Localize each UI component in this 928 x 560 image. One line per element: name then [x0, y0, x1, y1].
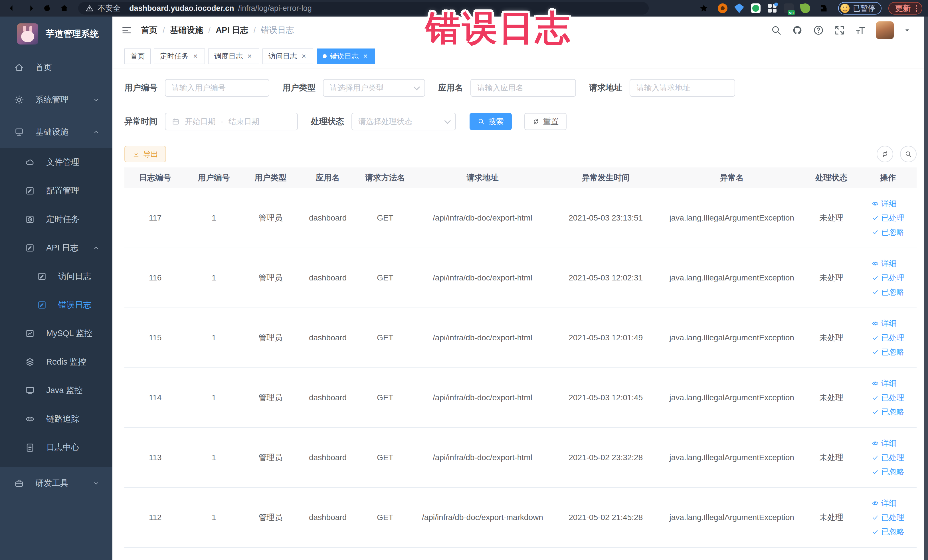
sidebar-item-api-log[interactable]: API 日志 [0, 233, 112, 262]
fullscreen-icon[interactable] [834, 24, 845, 36]
mark-processed-link[interactable]: 已处理 [872, 273, 904, 283]
mark-ignored-link[interactable]: 已忽略 [872, 287, 904, 297]
mark-processed-link[interactable]: 已处理 [872, 213, 904, 223]
detail-link[interactable]: 详细 [872, 498, 897, 508]
mark-processed-link[interactable]: 已处理 [872, 333, 904, 343]
extension-green-icon[interactable] [751, 3, 760, 13]
sidebar-item-log-center[interactable]: 日志中心 [0, 433, 112, 462]
home-icon[interactable] [60, 3, 69, 13]
extension-grid-icon[interactable] [768, 3, 777, 13]
extension-blue-icon[interactable] [734, 3, 744, 13]
search-button[interactable]: 搜索 [470, 113, 512, 130]
mark-processed-link[interactable]: 已处理 [872, 512, 904, 523]
mark-ignored-link[interactable]: 已忽略 [872, 526, 904, 537]
refresh-button[interactable] [877, 146, 893, 162]
sidebar-item-home[interactable]: 首页 [0, 51, 112, 84]
extension-on-icon[interactable]: on [784, 3, 794, 13]
browser-extensions-area: on 已暂停 更新 [697, 2, 922, 15]
sidebar-item-file-management[interactable]: 文件管理 [0, 148, 112, 177]
mark-processed-label: 已处理 [881, 333, 904, 343]
exception-time-range[interactable]: 开始日期 - 结束日期 [165, 113, 298, 130]
hamburger-icon[interactable] [121, 24, 132, 36]
bookmark-star-icon[interactable] [699, 3, 709, 13]
sidebar-item-label: 定时任务 [46, 214, 79, 225]
breadcrumb-api-log[interactable]: API 日志 [216, 24, 248, 36]
mark-ignored-link[interactable]: 已忽略 [872, 227, 904, 237]
reload-icon[interactable] [42, 3, 52, 13]
clock-icon [25, 215, 35, 224]
sidebar-item-trace[interactable]: 链路追踪 [0, 405, 112, 433]
cell-url: /api/infra/db-doc/export-html [414, 428, 551, 488]
close-icon[interactable] [246, 53, 253, 60]
breadcrumb: 首页 / 基础设施 / API 日志 / 错误日志 [141, 24, 294, 36]
cell-exception: java.lang.IllegalArgumentException [660, 248, 803, 308]
breadcrumb-infrastructure[interactable]: 基础设施 [170, 24, 203, 36]
extension-orange-icon[interactable] [718, 3, 728, 13]
breadcrumb-home[interactable]: 首页 [141, 24, 157, 36]
search-icon[interactable] [771, 24, 782, 36]
home-icon [14, 63, 24, 72]
back-icon[interactable] [8, 3, 18, 13]
detail-link[interactable]: 详细 [872, 438, 897, 449]
sidebar-item-infrastructure[interactable]: 基础设施 [0, 116, 112, 148]
github-icon[interactable] [792, 24, 803, 36]
sidebar-item-error-log[interactable]: 错误日志 [0, 291, 112, 319]
detail-link[interactable]: 详细 [872, 258, 897, 269]
user-type-select[interactable]: 请选择用户类型 [323, 79, 425, 97]
address-bar[interactable]: 不安全 dashboard.yudao.iocoder.cn/infra/log… [78, 2, 649, 15]
search-toggle-button[interactable] [900, 146, 917, 162]
cell-user-type: 管理员 [242, 428, 299, 488]
cell-log-id: 113 [124, 428, 186, 488]
forward-icon[interactable] [25, 3, 35, 13]
sidebar-item-config-management[interactable]: 配置管理 [0, 177, 112, 205]
cell-user-id: 1 [186, 188, 242, 248]
close-icon[interactable] [301, 53, 307, 60]
mark-ignored-link[interactable]: 已忽略 [872, 467, 904, 477]
browser-menu-icon[interactable] [914, 4, 919, 13]
user-avatar[interactable] [876, 21, 894, 39]
mark-ignored-link[interactable]: 已忽略 [872, 407, 904, 417]
sidebar-item-access-log[interactable]: 访问日志 [0, 262, 112, 291]
export-button[interactable]: 导出 [124, 146, 166, 162]
extensions-puzzle-icon[interactable] [819, 3, 829, 13]
detail-link[interactable]: 详细 [872, 318, 897, 329]
caret-down-icon[interactable] [904, 26, 911, 34]
calendar-icon [172, 117, 180, 125]
profile-paused-badge[interactable]: 已暂停 [838, 2, 882, 15]
close-icon[interactable] [192, 53, 199, 60]
tab-dispatch-log[interactable]: 调度日志 [208, 49, 259, 64]
user-id-input[interactable] [165, 79, 269, 97]
cell-log-id: 115 [124, 308, 186, 368]
detail-link-label: 详细 [881, 438, 897, 449]
sidebar-item-mysql-monitor[interactable]: MySQL 监控 [0, 319, 112, 348]
close-icon[interactable] [362, 53, 369, 60]
mark-ignored-label: 已忽略 [881, 227, 904, 237]
sidebar-item-scheduled-task[interactable]: 定时任务 [0, 205, 112, 233]
tab-access-log[interactable]: 访问日志 [263, 49, 313, 64]
sidebar-logo[interactable]: 芋道管理系统 [0, 17, 112, 51]
reset-button[interactable]: 重置 [524, 113, 566, 130]
help-icon[interactable] [813, 24, 824, 36]
mark-processed-link[interactable]: 已处理 [872, 452, 904, 463]
sidebar-item-system-management[interactable]: 系统管理 [0, 84, 112, 116]
sidebar-item-redis-monitor[interactable]: Redis 监控 [0, 348, 112, 376]
app-name-input[interactable] [470, 79, 576, 97]
browser-update-button[interactable]: 更新 [888, 2, 922, 15]
mark-ignored-link[interactable]: 已忽略 [872, 347, 904, 357]
detail-link[interactable]: 详细 [872, 378, 897, 389]
font-size-icon[interactable] [855, 24, 866, 36]
check-icon [872, 394, 879, 401]
tab-error-log[interactable]: 错误日志 [317, 49, 375, 64]
tab-home[interactable]: 首页 [124, 49, 151, 64]
sidebar-item-java-monitor[interactable]: Java 监控 [0, 376, 112, 405]
request-url-input[interactable] [630, 79, 735, 97]
mark-processed-link[interactable]: 已处理 [872, 392, 904, 403]
page-scrollbar[interactable] [924, 17, 928, 560]
tab-scheduled-task[interactable]: 定时任务 [154, 49, 205, 64]
sidebar-item-dev-tools[interactable]: 研发工具 [0, 467, 112, 499]
toolbox-icon [14, 478, 24, 488]
detail-link[interactable]: 详细 [872, 198, 897, 209]
process-status-select[interactable]: 请选择处理状态 [351, 113, 456, 130]
extension-leaf-icon[interactable] [800, 3, 811, 14]
cell-app-name: dashboard [299, 308, 357, 368]
